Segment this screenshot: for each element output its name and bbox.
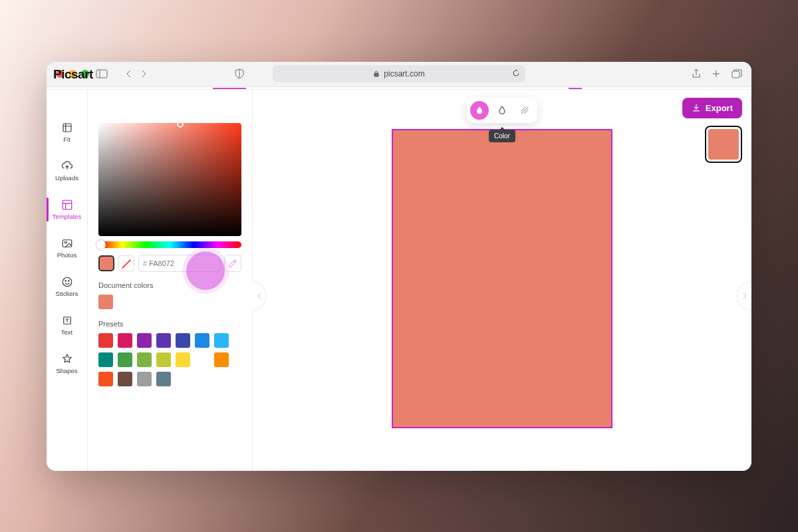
preset-swatch[interactable]	[156, 352, 171, 367]
pattern-fill-button[interactable]	[515, 101, 534, 120]
preset-swatch[interactable]	[156, 372, 171, 386]
preset-swatch[interactable]	[137, 333, 152, 348]
document-color-swatch[interactable]	[98, 295, 113, 309]
address-url: picsart.com	[384, 69, 424, 78]
photos-icon	[61, 237, 73, 249]
tab-overview-icon[interactable]	[732, 69, 742, 78]
preset-swatch[interactable]	[98, 372, 113, 386]
svg-point-14	[65, 280, 66, 281]
page-thumbnail[interactable]	[705, 126, 742, 163]
preset-swatch[interactable]	[98, 352, 113, 367]
presets-label: Presets	[98, 320, 241, 328]
rail-stickers[interactable]: Stickers	[47, 273, 87, 300]
chevron-right-icon	[742, 292, 747, 300]
rail-label: Uploads	[55, 174, 78, 182]
eyedropper-icon	[228, 259, 237, 268]
solid-fill-button[interactable]	[470, 101, 489, 120]
hex-value: FA8072	[149, 259, 174, 267]
chevron-left-icon	[257, 292, 262, 300]
hue-cursor[interactable]	[96, 240, 106, 249]
rail-label: Photos	[57, 251, 77, 259]
color-panel: # FA8072 Document colors Presets	[88, 90, 253, 471]
hex-hash: #	[143, 259, 147, 267]
export-button[interactable]: Export	[682, 98, 742, 118]
no-color-swatch[interactable]	[118, 255, 134, 271]
attention-highlight	[186, 251, 225, 290]
preset-swatch[interactable]	[176, 352, 190, 367]
address-bar[interactable]: picsart.com	[273, 65, 525, 82]
sv-cursor[interactable]	[177, 121, 184, 128]
rail-photos[interactable]: Photos	[47, 235, 87, 261]
reload-icon[interactable]	[512, 69, 520, 79]
preset-swatch[interactable]	[118, 333, 132, 348]
preset-swatch[interactable]	[176, 333, 190, 348]
preset-swatch[interactable]	[98, 333, 113, 348]
app-shell: Picsart Fit Uploads Templates Photos Sti…	[47, 90, 751, 471]
preset-swatch[interactable]	[118, 352, 132, 367]
preset-swatch[interactable]	[195, 352, 209, 367]
page-thumbnail-preview	[708, 129, 739, 160]
pattern-icon	[519, 105, 530, 116]
gradient-fill-button[interactable]	[493, 101, 511, 120]
preset-swatch[interactable]	[118, 372, 132, 386]
preset-swatch[interactable]	[156, 333, 171, 348]
svg-point-13	[63, 277, 72, 287]
preset-swatch[interactable]	[137, 352, 152, 367]
artboard[interactable]	[392, 130, 612, 428]
rail-uploads[interactable]: Uploads	[47, 158, 87, 184]
upload-icon	[61, 160, 73, 172]
drop-outline-icon	[497, 105, 507, 116]
preset-swatch[interactable]	[137, 372, 152, 386]
svg-line-18	[521, 106, 526, 111]
eyedropper-button[interactable]	[224, 255, 241, 272]
preset-grid	[98, 333, 241, 386]
text-icon	[61, 315, 73, 327]
preset-swatch[interactable]	[195, 333, 209, 348]
new-tab-icon[interactable]	[712, 69, 721, 78]
shapes-icon	[61, 353, 73, 365]
rail-label: Stickers	[56, 290, 78, 297]
fit-icon	[61, 122, 73, 134]
download-icon	[692, 103, 701, 112]
rail-text[interactable]: Text	[47, 312, 87, 338]
rail-templates[interactable]: Templates	[47, 196, 87, 223]
rail-label: Text	[61, 329, 72, 336]
svg-line-19	[524, 109, 529, 114]
svg-rect-3	[374, 73, 378, 76]
rail-fit[interactable]: Fit	[47, 119, 87, 146]
export-label: Export	[706, 103, 733, 113]
fill-toolbar: Color	[467, 98, 537, 123]
hue-slider[interactable]	[98, 241, 241, 248]
svg-point-12	[65, 241, 66, 243]
canvas-area: Color Export	[253, 90, 751, 471]
drop-solid-icon	[474, 105, 485, 116]
preset-swatch[interactable]	[214, 352, 229, 367]
preset-swatch[interactable]	[214, 333, 229, 348]
svg-rect-7	[63, 124, 71, 132]
stickers-icon	[61, 276, 73, 288]
share-icon[interactable]	[692, 68, 701, 79]
templates-icon	[61, 199, 73, 211]
rail-label: Fit	[63, 136, 70, 143]
svg-rect-6	[732, 71, 739, 78]
lock-icon	[373, 70, 380, 77]
svg-rect-8	[63, 200, 72, 209]
rail-label: Shapes	[56, 367, 77, 374]
browser-window: picsart.com Picsart Fit	[47, 62, 751, 471]
saturation-value-picker[interactable]	[98, 123, 241, 236]
tool-rail: Fit Uploads Templates Photos Stickers Te…	[47, 90, 88, 471]
rail-label: Templates	[53, 213, 81, 220]
rail-shapes[interactable]: Shapes	[47, 350, 87, 377]
brand-logo[interactable]: Picsart	[53, 67, 239, 82]
current-color-swatch[interactable]	[98, 255, 114, 271]
tooltip-color: Color	[489, 130, 515, 142]
svg-point-15	[68, 280, 69, 281]
